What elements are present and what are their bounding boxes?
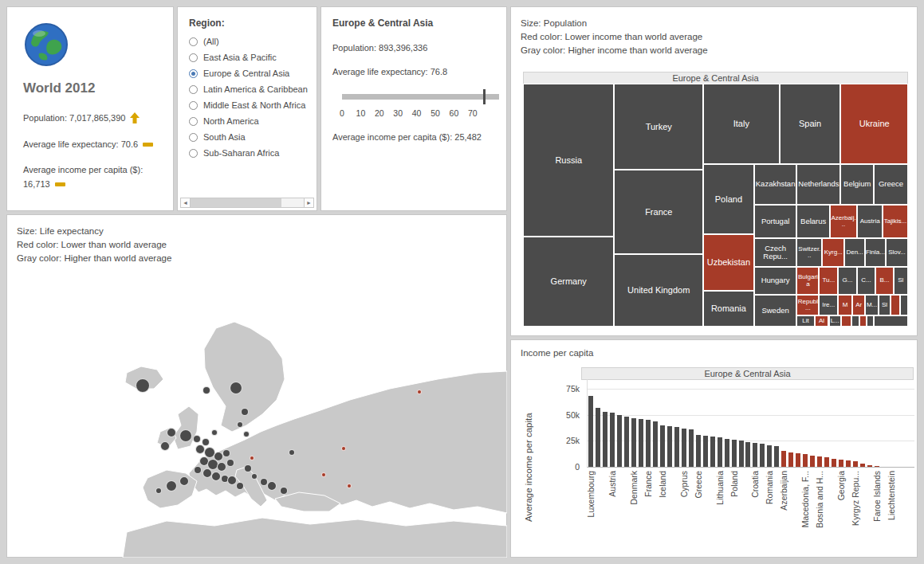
map-bubble[interactable]: [193, 435, 201, 443]
bar[interactable]: [639, 419, 643, 467]
map-bubble[interactable]: [236, 482, 244, 490]
bar[interactable]: [646, 420, 651, 467]
treemap-cell-kyrg[interactable]: Kyrg...: [822, 238, 844, 267]
bar[interactable]: [767, 445, 772, 467]
map-bubble[interactable]: [155, 488, 162, 494]
bar[interactable]: [631, 418, 636, 467]
region-option-north-america[interactable]: North America: [189, 116, 317, 126]
bar[interactable]: [817, 456, 822, 467]
treemap-cell-greece[interactable]: Greece: [874, 164, 908, 205]
scroll-left-button[interactable]: ◄: [180, 198, 191, 208]
map-bubble[interactable]: [194, 466, 202, 474]
map-bubble[interactable]: [166, 480, 177, 492]
bar[interactable]: [588, 396, 593, 467]
region-option-europe-central-asia[interactable]: Europe & Central Asia: [189, 69, 317, 78]
bar[interactable]: [810, 456, 815, 467]
treemap-cell-tajikis[interactable]: Tajikis...: [883, 205, 908, 239]
treemap-cell-italy[interactable]: Italy: [703, 84, 780, 164]
bar[interactable]: [745, 442, 750, 467]
scrollbar-thumb[interactable]: [191, 198, 281, 207]
map-bubble[interactable]: [267, 481, 277, 491]
treemap-cell-russia[interactable]: Russia: [523, 84, 614, 237]
bar[interactable]: [660, 425, 665, 467]
map-bubble[interactable]: [211, 472, 221, 481]
treemap-cell-czech-repu[interactable]: Czech Repu...: [754, 238, 797, 267]
bar[interactable]: [610, 413, 615, 467]
bar[interactable]: [853, 461, 858, 467]
scrollbar-track[interactable]: [191, 198, 304, 208]
map-bubble[interactable]: [226, 459, 234, 467]
treemap-cell-ukraine[interactable]: Ukraine: [840, 84, 908, 164]
bar[interactable]: [739, 441, 744, 467]
map-bubble[interactable]: [280, 487, 288, 495]
map-bubble[interactable]: [136, 378, 150, 393]
region-option-all[interactable]: (All): [189, 37, 317, 46]
bar[interactable]: [781, 451, 786, 467]
treemap-cell[interactable]: [859, 315, 867, 327]
bar[interactable]: [718, 437, 722, 467]
treemap-cell-austria[interactable]: Austria: [857, 205, 883, 239]
treemap-cell-united-kingdom[interactable]: United Kingdom: [614, 254, 703, 327]
bar[interactable]: [803, 454, 808, 467]
map-bubble[interactable]: [251, 473, 258, 480]
treemap-cell-sweden[interactable]: Sweden: [754, 295, 797, 327]
map-bubble[interactable]: [237, 421, 243, 428]
treemap-cell-germany[interactable]: Germany: [523, 237, 614, 327]
treemap-cell-tu[interactable]: Tu...: [819, 267, 838, 295]
map-bubble[interactable]: [202, 386, 210, 394]
horizontal-scrollbar[interactable]: ◄ ►: [180, 198, 314, 208]
bar[interactable]: [682, 429, 686, 467]
map-bubble[interactable]: [250, 456, 254, 460]
bar[interactable]: [839, 460, 843, 467]
treemap-cell-kazakhstan[interactable]: Kazakhstan: [754, 164, 797, 205]
bar[interactable]: [788, 452, 793, 467]
treemap-cell-france[interactable]: France: [614, 170, 703, 255]
bar[interactable]: [596, 408, 600, 467]
treemap-cell-ire[interactable]: Ire...: [819, 295, 838, 315]
region-option-east-asia-pacific[interactable]: East Asia & Pacific: [189, 53, 317, 62]
region-option-latin-america-caribbean[interactable]: Latin America & Caribbean: [189, 84, 317, 94]
treemap-cell-m[interactable]: M: [838, 295, 852, 315]
map-bubble[interactable]: [321, 472, 326, 477]
bar[interactable]: [824, 457, 829, 467]
treemap-cell-ar[interactable]: Ar: [852, 295, 865, 315]
treemap-cell-sl[interactable]: Sl: [879, 295, 891, 315]
map-bubble[interactable]: [341, 446, 346, 451]
bar[interactable]: [875, 466, 879, 467]
map-bubble[interactable]: [167, 428, 176, 437]
map-bubble[interactable]: [289, 449, 295, 456]
treemap-cell-bulgaria[interactable]: Bulgaria: [796, 267, 819, 295]
treemap-cell[interactable]: [900, 295, 908, 315]
bar[interactable]: [696, 435, 701, 468]
map-bubble[interactable]: [244, 464, 252, 472]
map-bubble[interactable]: [347, 484, 352, 488]
scroll-right-button[interactable]: ►: [304, 198, 314, 208]
map-bubble[interactable]: [243, 431, 250, 437]
treemap-cell-spain[interactable]: Spain: [780, 84, 841, 164]
bar[interactable]: [689, 429, 694, 467]
treemap-cell[interactable]: [841, 315, 851, 327]
treemap-cell-b[interactable]: B...: [875, 267, 893, 295]
treemap-cell-poland[interactable]: Poland: [703, 164, 754, 234]
treemap-cell-l[interactable]: L...: [829, 315, 841, 327]
bar[interactable]: [674, 427, 679, 467]
bar[interactable]: [846, 460, 851, 467]
bar[interactable]: [667, 426, 672, 467]
map-bubble[interactable]: [230, 382, 242, 394]
map-bubble[interactable]: [222, 449, 230, 457]
region-option-sub-saharan-africa[interactable]: Sub-Saharan Africa: [189, 148, 317, 158]
treemap-cell[interactable]: [891, 295, 900, 315]
treemap-cell-netherlands[interactable]: Netherlands: [796, 164, 840, 205]
treemap-cell-sl[interactable]: Sl: [894, 267, 908, 295]
treemap-cell-g[interactable]: G...: [838, 267, 857, 295]
treemap-cell-azerbaij[interactable]: Azerbaij...: [830, 205, 857, 239]
bar[interactable]: [796, 453, 800, 467]
treemap-cell-den[interactable]: Den...: [844, 238, 865, 267]
bar[interactable]: [710, 437, 715, 467]
treemap-cell-c[interactable]: C...: [857, 267, 876, 295]
treemap-cell-m[interactable]: M...: [865, 295, 878, 315]
treemap-cell-hungary[interactable]: Hungary: [754, 267, 797, 295]
treemap-cell-slov[interactable]: Slov...: [886, 238, 908, 267]
map-bubble[interactable]: [227, 476, 237, 485]
map-bubble[interactable]: [211, 429, 218, 436]
